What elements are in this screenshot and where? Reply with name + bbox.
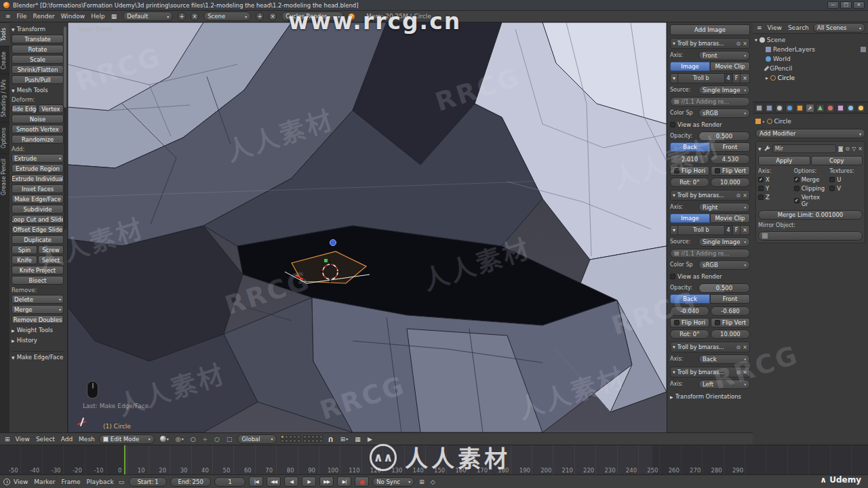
tool-button[interactable]: Duplicate <box>12 235 64 244</box>
merge-checkbox[interactable]: ✓Merge <box>794 176 827 183</box>
close-icon[interactable]: × <box>743 344 747 350</box>
axis-dropdown[interactable]: Left▾ <box>698 380 750 389</box>
view3d-menu-item[interactable]: Mesh <box>79 436 95 443</box>
image-path-field[interactable]: ▤ //1.1 Adding re... <box>670 97 750 106</box>
tool-button[interactable]: Extrude Region <box>12 164 64 173</box>
snap-element-dropdown[interactable]: ⊞▾ <box>339 434 350 444</box>
modifier-name-field[interactable]: Mir <box>772 144 836 153</box>
shelf-tab[interactable]: Tools <box>0 22 9 46</box>
apply-button[interactable]: Apply <box>758 156 810 165</box>
render-opengl-anim-icon[interactable]: ▶ <box>366 434 374 444</box>
timeline-editor-icon[interactable] <box>3 479 10 485</box>
merge-limit-field[interactable]: Merge Limit: 0.001000 <box>758 210 863 220</box>
shelf-tab[interactable]: Create <box>0 46 9 75</box>
info-menu-item[interactable]: File <box>17 13 27 20</box>
viewport-shading-icon[interactable]: ▾ <box>159 434 170 444</box>
manipulator-translate-icon[interactable]: + <box>201 434 210 444</box>
transform-orientation-selector[interactable]: Global▾ <box>237 434 277 444</box>
operator-redo-panel[interactable]: ▼ Make Edge/Face <box>12 351 64 361</box>
timeline-menu-item[interactable]: Frame <box>61 479 80 485</box>
props-tab-render-layers[interactable] <box>765 104 774 113</box>
screw-button[interactable]: Screw <box>38 245 64 254</box>
editor-type-icon[interactable]: ≡ <box>4 12 12 21</box>
bg-image-header[interactable]: ▼ Troll by bmaras... ⊙ × <box>670 367 750 378</box>
outliner-item-circle[interactable]: ▶ Circle <box>755 73 866 83</box>
copy-button[interactable]: Copy <box>811 156 863 165</box>
proportional-edit-icon[interactable]: ○ <box>189 434 197 444</box>
props-tab-modifiers[interactable] <box>806 104 814 113</box>
layout-selector[interactable]: Default▾ <box>123 12 173 21</box>
timeline-ruler[interactable]: -50-40-30-20-100102030405060708090100110… <box>0 445 868 474</box>
axis-dropdown[interactable]: Back▾ <box>698 354 750 364</box>
eye-icon[interactable]: ⊙ <box>845 146 850 152</box>
view-as-render-checkbox[interactable]: View as Render <box>670 273 722 280</box>
start-frame-field[interactable]: Start:1 <box>129 477 167 487</box>
image-browse-icon[interactable]: ▾ <box>670 73 678 83</box>
shelf-tab[interactable]: Options <box>0 122 9 153</box>
tab-movie-clip[interactable]: Movie Clip <box>710 214 750 223</box>
pivot-center-icon[interactable]: ◎▾ <box>174 434 185 444</box>
source-dropdown[interactable]: Single Image▾ <box>698 237 750 247</box>
front-button[interactable]: Front <box>710 294 750 304</box>
remove-doubles-button[interactable]: Remove Doubles <box>12 315 64 324</box>
tool-button[interactable]: Randomize <box>12 135 64 144</box>
current-frame-marker[interactable] <box>124 445 125 474</box>
props-tab-object[interactable] <box>795 104 804 113</box>
keying-set-icon[interactable]: ⊞ <box>418 477 426 487</box>
props-tab-world[interactable] <box>785 104 794 113</box>
axis-x-checkbox[interactable]: ✓X <box>758 176 791 183</box>
next-keyframe-button[interactable]: ▶▶ <box>319 476 334 487</box>
close-icon[interactable]: × <box>743 192 747 199</box>
spin-button[interactable]: Spin <box>12 245 37 254</box>
outliner-item-scene[interactable]: ▼ Scene <box>755 35 866 45</box>
eye-icon[interactable]: ⊙ <box>736 41 741 47</box>
manipulator-rotate-icon[interactable]: ○ <box>213 434 221 444</box>
tool-button[interactable]: Rotate <box>12 45 64 54</box>
tab-image[interactable]: Image <box>670 214 710 223</box>
sync-mode-dropdown[interactable]: No Sync▾ <box>372 477 414 487</box>
knife-select-button[interactable]: Select <box>38 256 64 264</box>
tool-button[interactable]: Loop Cut and Slide <box>12 215 64 224</box>
end-frame-field[interactable]: End:250 <box>170 477 211 487</box>
image-name-field[interactable]: Troll b <box>678 73 725 83</box>
bg-image-header[interactable]: ▼ Troll by bmaras... ⊙ × <box>670 38 750 49</box>
view-as-render-checkbox[interactable]: View as Render <box>670 121 722 128</box>
delete-layout-button[interactable]: × <box>191 12 199 21</box>
bg-image-header[interactable]: ▼ Troll by bmaras... ⊙ × <box>670 342 750 352</box>
eye-icon[interactable]: ⊙ <box>736 369 741 375</box>
prev-keyframe-button[interactable]: ◀◀ <box>267 476 281 487</box>
tool-button[interactable]: Extrude Individual <box>12 174 64 183</box>
size-field[interactable]: 10.000 <box>711 178 750 187</box>
render-opengl-icon[interactable]: ▦ <box>353 434 362 444</box>
tool-button[interactable]: Make Edge/Face <box>12 195 64 203</box>
play-button[interactable]: ▶ <box>302 476 316 487</box>
editor-type-icon[interactable]: ≡ <box>755 23 764 33</box>
editmode-toggle-icon[interactable]: ▽ <box>852 146 856 152</box>
panel-header-transform-orientations[interactable]: ▶ Transform Orientations <box>670 392 750 401</box>
props-tab-physics[interactable] <box>856 104 865 113</box>
tab-image[interactable]: Image <box>670 62 710 71</box>
tool-button[interactable]: Push/Pull <box>12 75 64 84</box>
tool-button[interactable]: Translate <box>12 35 64 43</box>
source-dropdown[interactable]: Single Image▾ <box>698 85 750 95</box>
image-name-field[interactable]: Troll b <box>678 225 725 235</box>
mode-selector[interactable]: Edit Mode▾ <box>99 434 155 444</box>
tab-movie-clip[interactable]: Movie Clip <box>710 62 750 71</box>
tool-button[interactable]: Subdivide <box>12 205 64 214</box>
panel-header-transform[interactable]: ▼ Transform <box>12 24 64 33</box>
view3d-menu-item[interactable]: Add <box>61 436 73 443</box>
jump-to-start-button[interactable]: |◀ <box>249 476 263 487</box>
unlink-icon[interactable]: × <box>741 225 750 235</box>
add-layout-button[interactable]: + <box>178 12 186 21</box>
keyframe-insert-icon[interactable]: ◇ <box>429 477 437 487</box>
props-tab-material[interactable] <box>826 104 835 113</box>
manipulator-scale-icon[interactable]: □ <box>225 434 234 444</box>
outliner-item-gpencil[interactable]: GPencil <box>755 64 866 73</box>
eye-icon[interactable]: ⊙ <box>736 192 741 199</box>
users-count-button[interactable]: 4 <box>725 73 733 83</box>
timeline-menu-item[interactable]: View <box>14 479 28 485</box>
offset-x-field[interactable]: 2.010 <box>670 155 709 164</box>
outliner-display-mode[interactable]: All Scenes▾ <box>813 23 865 33</box>
scene-selector[interactable]: Scene▾ <box>203 12 251 21</box>
mirror-object-field[interactable] <box>758 231 863 241</box>
